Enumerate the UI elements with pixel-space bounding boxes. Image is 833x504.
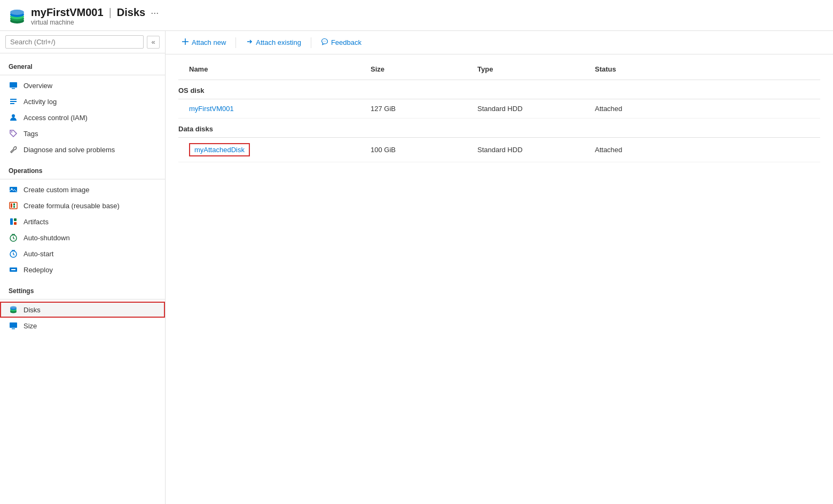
section-label-settings: Settings	[0, 282, 165, 297]
ellipsis-button[interactable]: ···	[151, 7, 159, 19]
sidebar-item-label: Tags	[23, 130, 38, 138]
sidebar-item-activity-log[interactable]: Activity log	[0, 93, 165, 109]
image-icon	[9, 185, 18, 194]
sidebar-item-label: Overview	[23, 82, 52, 90]
clock-icon	[9, 233, 18, 242]
os-disk-size: 127 GiB	[371, 105, 477, 113]
page-header: myFirstVM001 | Disks ··· virtual machine	[0, 0, 833, 31]
table-row: myAttachedDisk 100 GiB Standard HDD Atta…	[178, 138, 820, 162]
sidebar-item-disks[interactable]: Disks	[0, 302, 165, 318]
sidebar-content: General Overview Activity log Access con…	[0, 53, 165, 504]
toolbar-separator	[235, 37, 236, 48]
os-disk-section-header: OS disk	[178, 80, 820, 99]
vm-name: myFirstVM001	[31, 6, 104, 19]
col-header-type: Type	[477, 63, 595, 75]
attach-existing-button[interactable]: Attach existing	[240, 35, 307, 50]
sidebar-item-label: Artifacts	[23, 218, 49, 226]
col-header-status: Status	[595, 63, 702, 75]
monitor2-icon	[9, 321, 18, 330]
svg-rect-31	[12, 328, 15, 329]
sidebar-collapse-button[interactable]: «	[147, 36, 160, 49]
sidebar-item-label: Auto-shutdown	[23, 234, 70, 242]
vm-icon	[9, 8, 26, 25]
sidebar-item-label: Redeploy	[23, 266, 53, 274]
person-icon	[9, 113, 18, 122]
search-input[interactable]	[5, 35, 144, 49]
sidebar-item-label: Size	[23, 322, 37, 330]
data-disk-section-header: Data disks	[178, 119, 820, 138]
attach-new-icon	[182, 38, 189, 47]
feedback-button[interactable]: Feedback	[316, 35, 367, 50]
sidebar-item-size[interactable]: Size	[0, 318, 165, 334]
data-disk-status: Attached	[595, 146, 702, 154]
svg-rect-9	[10, 103, 14, 104]
attach-new-label: Attach new	[192, 38, 226, 46]
sidebar-item-auto-shutdown[interactable]: Auto-shutdown	[0, 230, 165, 246]
svg-point-29	[10, 306, 17, 309]
svg-rect-8	[10, 101, 17, 102]
header-subtitle: virtual machine	[31, 19, 159, 26]
sidebar-item-label: Create custom image	[23, 186, 90, 194]
sidebar-item-tags[interactable]: Tags	[0, 125, 165, 141]
svg-point-11	[11, 131, 12, 132]
section-label-operations: Operations	[0, 162, 165, 177]
table-header: Name Size Type Status	[178, 63, 820, 80]
content-area: Attach new Attach existing Feedback Na	[166, 31, 833, 504]
formula-icon	[9, 201, 18, 210]
attach-existing-icon	[246, 38, 253, 47]
sidebar-search-bar: «	[0, 31, 165, 53]
data-disk-size: 100 GiB	[371, 146, 477, 154]
feedback-icon	[321, 38, 328, 47]
toolbar: Attach new Attach existing Feedback	[166, 31, 833, 54]
svg-rect-16	[13, 203, 15, 206]
sidebar-item-label: Access control (IAM)	[23, 114, 88, 122]
os-disk-status: Attached	[595, 105, 702, 113]
main-layout: « General Overview Activity log	[0, 31, 833, 504]
attach-new-button[interactable]: Attach new	[176, 35, 231, 50]
sidebar-item-diagnose[interactable]: Diagnose and solve problems	[0, 141, 165, 158]
header-separator: |	[109, 6, 112, 19]
sidebar-item-label: Activity log	[23, 98, 57, 106]
data-disk-name[interactable]: myAttachedDisk	[178, 143, 371, 156]
sidebar-item-overview[interactable]: Overview	[0, 77, 165, 93]
col-header-name: Name	[178, 63, 371, 75]
page-title: Disks	[117, 6, 145, 19]
sidebar-item-label: Diagnose and solve problems	[23, 146, 115, 154]
os-disk-name[interactable]: myFirstVM001	[178, 105, 371, 113]
svg-rect-20	[14, 222, 17, 225]
svg-rect-17	[13, 206, 15, 208]
monitor-icon	[9, 81, 18, 90]
svg-rect-5	[10, 82, 17, 88]
svg-rect-7	[10, 99, 17, 100]
sidebar-item-redeploy[interactable]: Redeploy	[0, 262, 165, 278]
sidebar-item-label: Disks	[23, 306, 41, 314]
sidebar: « General Overview Activity log	[0, 31, 166, 504]
wrench-icon	[9, 145, 18, 154]
svg-rect-15	[11, 203, 12, 208]
svg-rect-24	[11, 269, 15, 270]
svg-rect-18	[10, 218, 13, 225]
artifacts-icon	[9, 217, 18, 226]
toolbar-separator-2	[311, 37, 311, 48]
sidebar-item-create-formula[interactable]: Create formula (reusable base)	[0, 198, 165, 214]
tag-icon	[9, 129, 18, 138]
table-area: Name Size Type Status OS disk myFirstVM0…	[166, 54, 833, 504]
sidebar-item-auto-start[interactable]: Auto-start	[0, 246, 165, 262]
header-text-block: myFirstVM001 | Disks ··· virtual machine	[31, 6, 159, 26]
svg-point-10	[12, 114, 15, 117]
attach-existing-label: Attach existing	[256, 38, 301, 46]
svg-point-4	[10, 10, 24, 15]
svg-rect-30	[10, 322, 17, 328]
os-disk-type: Standard HDD	[477, 105, 595, 113]
data-disk-type: Standard HDD	[477, 146, 595, 154]
feedback-label: Feedback	[331, 38, 362, 46]
clock2-icon	[9, 249, 18, 258]
table-row: myFirstVM001 127 GiB Standard HDD Attach…	[178, 99, 820, 119]
svg-rect-19	[14, 218, 17, 221]
sidebar-item-label: Create formula (reusable base)	[23, 202, 120, 210]
data-disk-name-highlight: myAttachedDisk	[189, 143, 250, 156]
sidebar-item-create-image[interactable]: Create custom image	[0, 182, 165, 198]
sidebar-item-artifacts[interactable]: Artifacts	[0, 214, 165, 230]
sidebar-item-iam[interactable]: Access control (IAM)	[0, 109, 165, 125]
redeploy-icon	[9, 265, 18, 274]
